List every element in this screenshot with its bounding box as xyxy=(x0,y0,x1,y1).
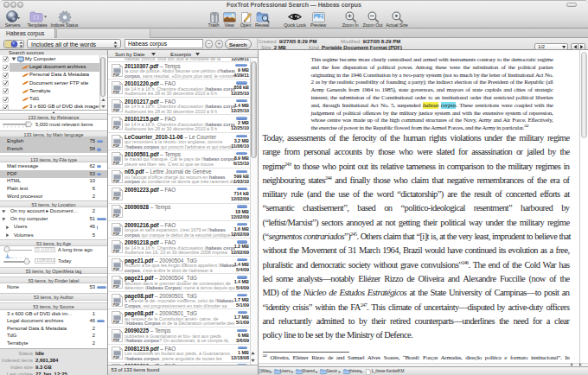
svg-text:PDF: PDF xyxy=(113,268,120,271)
svg-text:PDF: PDF xyxy=(113,126,120,130)
svg-text:PDF: PDF xyxy=(113,197,120,200)
svg-text:PDF: PDF xyxy=(113,303,120,307)
svg-text:PDF: PDF xyxy=(113,91,120,94)
svg-text:PDF: PDF xyxy=(113,285,120,289)
svg-text:PDF: PDF xyxy=(113,356,120,359)
svg-text:PDF: PDF xyxy=(113,321,120,324)
svg-text:PDF: PDF xyxy=(113,162,120,165)
svg-text:PDF: PDF xyxy=(113,214,120,218)
svg-text:PDF: PDF xyxy=(113,109,120,112)
svg-text:PDF: PDF xyxy=(113,73,120,77)
svg-text:PDF: PDF xyxy=(113,144,120,148)
svg-text:PDF: PDF xyxy=(113,232,120,236)
svg-text:PDF: PDF xyxy=(113,180,120,183)
svg-text:PDF: PDF xyxy=(113,339,120,342)
svg-text:PDF: PDF xyxy=(113,250,120,253)
